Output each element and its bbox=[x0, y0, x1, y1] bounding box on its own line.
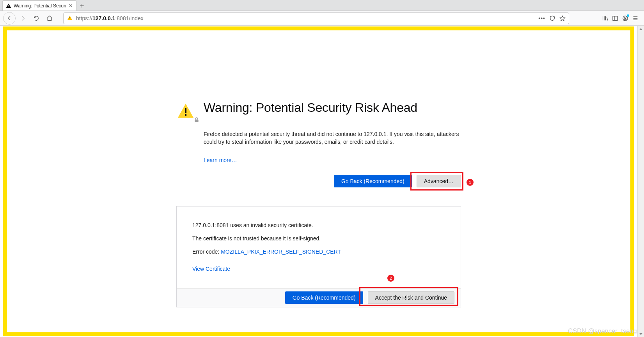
viewport: Warning: Potential Security Risk Ahead F… bbox=[0, 26, 644, 337]
browser-tab[interactable]: Warning: Potential Securi ✕ bbox=[2, 0, 76, 11]
error-page-content: Warning: Potential Security Risk Ahead F… bbox=[7, 30, 630, 332]
advanced-button[interactable]: Advanced… bbox=[417, 175, 461, 187]
scroll-up-icon[interactable] bbox=[638, 26, 644, 32]
page-description: Firefox detected a potential security th… bbox=[204, 130, 461, 146]
svg-rect-0 bbox=[69, 17, 70, 18]
lock-icon bbox=[193, 117, 200, 123]
url-host: 127.0.0.1 bbox=[92, 15, 115, 21]
warning-triangle-icon bbox=[6, 3, 11, 9]
page: Warning: Potential Security Risk Ahead F… bbox=[0, 26, 637, 337]
page-actions-icon[interactable]: ••• bbox=[538, 15, 545, 21]
error-code-link[interactable]: MOZILLA_PKIX_ERROR_SELF_SIGNED_CERT bbox=[221, 249, 341, 255]
reader-shield-icon[interactable] bbox=[549, 15, 555, 21]
home-button[interactable] bbox=[44, 12, 55, 24]
back-button[interactable] bbox=[3, 12, 16, 25]
cert-reason-text: The certificate is not trusted because i… bbox=[192, 235, 445, 242]
close-icon[interactable]: ✕ bbox=[69, 3, 73, 9]
new-tab-button[interactable]: ＋ bbox=[76, 0, 87, 11]
profile-icon[interactable] bbox=[622, 15, 628, 21]
tab-title: Warning: Potential Securi bbox=[14, 3, 66, 9]
menu-icon[interactable] bbox=[632, 15, 639, 21]
reload-button[interactable] bbox=[30, 12, 42, 24]
svg-rect-6 bbox=[185, 108, 186, 113]
url-prefix: https:// bbox=[76, 15, 92, 21]
page-title: Warning: Potential Security Risk Ahead bbox=[204, 101, 417, 115]
sidebar-icon[interactable] bbox=[612, 15, 618, 21]
bookmark-star-icon[interactable] bbox=[559, 15, 566, 21]
url-text: https://127.0.0.1:8081/index bbox=[76, 15, 144, 21]
error-code-line: Error code: MOZILLA_PKIX_ERROR_SELF_SIGN… bbox=[192, 249, 445, 255]
learn-more-link[interactable]: Learn more… bbox=[204, 157, 237, 163]
svg-rect-2 bbox=[613, 16, 617, 20]
url-bar[interactable]: https://127.0.0.1:8081/index ••• bbox=[63, 12, 569, 24]
url-suffix: :8081/index bbox=[115, 15, 143, 21]
go-back-button[interactable]: Go Back (Recommended) bbox=[334, 175, 412, 187]
annotation-dot-2: 2 bbox=[387, 275, 394, 282]
toolbar-right bbox=[602, 15, 641, 21]
svg-rect-1 bbox=[69, 18, 70, 19]
warning-icon bbox=[176, 102, 195, 121]
svg-rect-8 bbox=[195, 120, 198, 122]
svg-rect-7 bbox=[185, 114, 186, 116]
lock-warning-icon bbox=[67, 15, 73, 21]
annotation-dot-1: 1 bbox=[467, 179, 474, 186]
go-back-button-2[interactable]: Go Back (Recommended) bbox=[285, 291, 363, 304]
urlbar-actions: ••• bbox=[538, 15, 566, 21]
library-icon[interactable] bbox=[602, 15, 608, 21]
accept-risk-button[interactable]: Accept the Risk and Continue bbox=[368, 291, 454, 304]
scroll-down-icon[interactable] bbox=[638, 330, 644, 337]
svg-point-5 bbox=[624, 17, 626, 18]
cert-invalid-text: 127.0.0.1:8081 uses an invalid security … bbox=[192, 222, 445, 228]
scrollbar[interactable] bbox=[637, 26, 644, 337]
error-code-label: Error code: bbox=[192, 249, 221, 255]
browser-toolbar: https://127.0.0.1:8081/index ••• bbox=[0, 11, 644, 26]
tab-strip: Warning: Potential Securi ✕ ＋ bbox=[0, 0, 644, 11]
annotation-frame: Warning: Potential Security Risk Ahead F… bbox=[3, 26, 634, 336]
view-certificate-link[interactable]: View Certificate bbox=[192, 266, 230, 272]
advanced-panel: 127.0.0.1:8081 uses an invalid security … bbox=[176, 206, 461, 307]
forward-button[interactable] bbox=[17, 12, 29, 24]
